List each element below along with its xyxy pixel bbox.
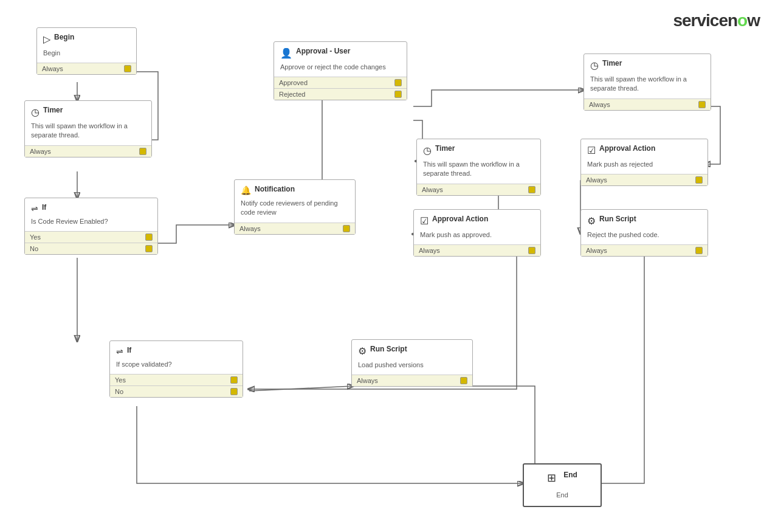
timer1-row1[interactable]: Always	[25, 145, 151, 157]
timer2-icon: ◷	[423, 145, 432, 156]
notification-node: 🔔 Notification Notify code reviewers of …	[234, 179, 356, 235]
if2-row1[interactable]: Yes	[110, 374, 243, 385]
run-script-load-desc: Load pushed versions	[352, 361, 472, 375]
approval-action-reject-icon: ☑	[587, 145, 596, 156]
timer3-row1[interactable]: Always	[584, 98, 711, 110]
approval-user-dot1	[394, 79, 402, 86]
timer1-desc: This will spawn the workflow in a separa…	[25, 122, 151, 145]
end-desc: End	[524, 491, 601, 506]
if1-node: ⇌ If Is Code Review Enabled? Yes No	[24, 198, 158, 255]
begin-node: ▷ Begin Begin Always	[36, 27, 137, 75]
timer3-title: Timer	[602, 59, 622, 69]
if2-dot1	[230, 376, 238, 384]
begin-dot	[124, 65, 131, 72]
if2-dot2	[230, 388, 238, 395]
approval-user-row1[interactable]: Approved	[274, 77, 407, 88]
approval-user-dot2	[394, 91, 402, 98]
approval-user-desc: Approve or reject the code changes	[274, 63, 407, 77]
end-title: End	[563, 471, 577, 480]
end-icon: ⊞	[547, 471, 556, 485]
if2-desc: If scope validated?	[110, 360, 243, 374]
approval-action-approve-row1[interactable]: Always	[414, 244, 540, 256]
timer2-desc: This will spawn the workflow in a separa…	[417, 160, 540, 184]
timer3-node: ◷ Timer This will spawn the workflow in …	[584, 54, 711, 111]
run-script-reject-desc: Reject the pushed code.	[581, 230, 707, 244]
if1-icon: ⇌	[31, 204, 38, 213]
timer1-node: ◷ Timer This will spawn the workflow in …	[24, 100, 152, 157]
approval-user-node: 👤 Approval - User Approve or reject the …	[274, 41, 407, 100]
approval-action-approve-dot	[528, 247, 535, 254]
approval-action-reject-dot	[695, 176, 703, 184]
notification-title: Notification	[255, 185, 295, 195]
approval-action-reject-title: Approval Action	[599, 144, 655, 154]
if1-title: If	[42, 203, 46, 213]
run-script-reject-node: ⚙ Run Script Reject the pushed code. Alw…	[580, 209, 708, 257]
if2-node: ⇌ If If scope validated? Yes No	[109, 340, 243, 398]
notification-dot	[343, 225, 350, 232]
timer2-dot	[528, 186, 535, 193]
timer1-icon: ◷	[31, 106, 40, 118]
if2-row2[interactable]: No	[110, 385, 243, 397]
run-script-load-row1[interactable]: Always	[352, 375, 472, 386]
timer1-title: Timer	[43, 106, 63, 116]
timer2-node: ◷ Timer This will spawn the workflow in …	[416, 139, 541, 196]
end-node: ⊞ End End	[523, 463, 602, 507]
run-script-load-icon: ⚙	[358, 345, 367, 357]
timer3-desc: This will spawn the workflow in a separa…	[584, 75, 711, 98]
notification-desc: Notify code reviewers of pending code re…	[235, 199, 355, 223]
run-script-load-title: Run Script	[370, 345, 407, 354]
run-script-reject-row1[interactable]: Always	[581, 244, 707, 256]
begin-icon: ▷	[43, 33, 50, 45]
timer2-row1[interactable]: Always	[417, 184, 540, 195]
approval-action-approve-title: Approval Action	[432, 215, 488, 224]
approval-action-approve-node: ☑ Approval Action Mark push as approved.…	[413, 209, 541, 257]
begin-title: Begin	[54, 33, 74, 43]
if1-row1[interactable]: Yes	[25, 231, 157, 243]
if1-dot2	[145, 245, 153, 252]
begin-row1[interactable]: Always	[37, 63, 136, 74]
approval-action-approve-icon: ☑	[420, 215, 429, 227]
if2-icon: ⇌	[116, 347, 123, 356]
timer2-title: Timer	[435, 144, 455, 154]
run-script-reject-dot	[695, 247, 703, 254]
approval-user-icon: 👤	[280, 47, 292, 59]
notification-row1[interactable]: Always	[235, 223, 355, 234]
approval-user-row2[interactable]: Rejected	[274, 88, 407, 100]
run-script-load-dot	[460, 377, 467, 384]
approval-action-reject-node: ☑ Approval Action Mark push as rejected …	[580, 139, 708, 186]
approval-action-approve-desc: Mark push as approved.	[414, 230, 540, 244]
approval-action-reject-row1[interactable]: Always	[581, 174, 707, 185]
timer1-dot	[139, 148, 146, 155]
timer3-dot	[698, 101, 706, 108]
servicenow-logo: servicenow	[673, 11, 760, 30]
timer3-icon: ◷	[590, 60, 599, 71]
if1-desc: Is Code Review Enabled?	[25, 217, 157, 231]
approval-action-reject-desc: Mark push as rejected	[581, 160, 707, 174]
if2-title: If	[127, 346, 131, 356]
begin-desc: Begin	[37, 49, 136, 63]
run-script-load-node: ⚙ Run Script Load pushed versions Always	[351, 339, 473, 387]
if1-dot1	[145, 233, 153, 241]
approval-user-title: Approval - User	[296, 47, 350, 57]
notification-icon: 🔔	[241, 185, 251, 195]
run-script-reject-title: Run Script	[599, 215, 636, 224]
run-script-reject-icon: ⚙	[587, 215, 596, 227]
if1-row2[interactable]: No	[25, 243, 157, 254]
